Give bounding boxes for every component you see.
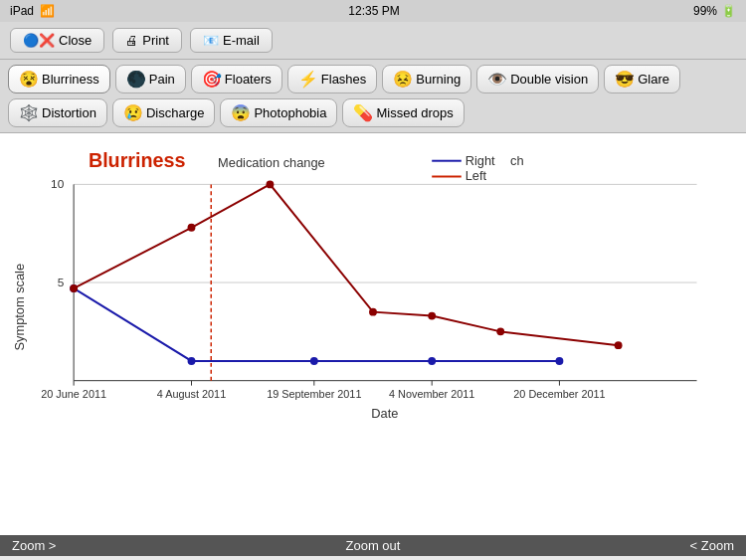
zoom-back-button[interactable]: < Zoom (690, 538, 734, 553)
svg-text:20 December 2011: 20 December 2011 (513, 388, 605, 400)
print-button[interactable]: 🖨 Print (112, 28, 182, 53)
svg-text:5: 5 (58, 276, 65, 289)
wifi-icon: 📶 (40, 4, 55, 18)
svg-text:Right: Right (466, 153, 495, 168)
symptom-bar: 😵 Blurriness 🌑 Pain 🎯 Floaters ⚡ Flashes… (0, 60, 746, 133)
symptom-glare[interactable]: 😎 Glare (604, 65, 680, 93)
status-time: 12:35 PM (348, 4, 399, 18)
blurriness-icon: 😵 (19, 70, 39, 89)
chart-area: Blurriness Medication change Right Left … (0, 133, 746, 535)
distortion-label: Distortion (42, 105, 96, 120)
left-point-0 (70, 284, 78, 292)
left-point-3 (369, 308, 377, 316)
symptom-photophobia[interactable]: 😨 Photophobia (220, 98, 337, 127)
floaters-label: Floaters (225, 72, 272, 87)
glare-icon: 😎 (615, 70, 635, 89)
left-point-1 (188, 224, 196, 232)
zoom-out-button[interactable]: Zoom out (346, 538, 401, 553)
svg-text:19 September 2011: 19 September 2011 (267, 388, 361, 400)
zoom-bar: Zoom > Zoom out < Zoom (0, 535, 746, 556)
discharge-icon: 😢 (123, 103, 143, 122)
photophobia-label: Photophobia (254, 105, 326, 120)
missed-drops-icon: 💊 (353, 103, 373, 122)
discharge-label: Discharge (146, 105, 205, 120)
chart-svg: Blurriness Medication change Right Left … (10, 143, 736, 427)
chart-subtitle: Medication change (218, 155, 325, 170)
svg-text:4 August 2011: 4 August 2011 (157, 388, 226, 400)
floaters-icon: 🎯 (202, 70, 222, 89)
symptom-burning[interactable]: 😣 Burning (382, 65, 471, 93)
distortion-icon: 🕸️ (19, 103, 39, 122)
svg-text:Symptom scale: Symptom scale (12, 264, 27, 351)
left-line (74, 184, 619, 345)
battery-label: 99% (693, 4, 717, 18)
right-line (74, 288, 559, 361)
svg-text:Date: Date (371, 406, 398, 421)
double-vision-icon: 👁️ (487, 70, 507, 89)
double-vision-label: Double vision (510, 72, 588, 87)
symptom-distortion[interactable]: 🕸️ Distortion (8, 98, 107, 127)
close-button[interactable]: 🔵❌ Close (10, 28, 104, 53)
svg-text:ch: ch (510, 153, 524, 168)
symptom-missed-drops[interactable]: 💊 Missed drops (342, 98, 464, 127)
print-label: Print (142, 33, 169, 48)
flashes-icon: ⚡ (298, 70, 318, 89)
device-label: iPad (10, 4, 34, 18)
symptom-discharge[interactable]: 😢 Discharge (112, 98, 216, 127)
email-icon: 📧 (203, 33, 219, 48)
burning-icon: 😣 (393, 70, 413, 89)
status-left: iPad 📶 (10, 4, 55, 18)
close-icon: 🔵❌ (23, 33, 55, 48)
symptom-pain[interactable]: 🌑 Pain (115, 65, 186, 93)
toolbar: 🔵❌ Close 🖨 Print 📧 E-mail (0, 22, 746, 60)
symptom-blurriness[interactable]: 😵 Blurriness (8, 65, 110, 93)
status-bar: iPad 📶 12:35 PM 99% 🔋 (0, 0, 746, 22)
svg-text:4 November 2011: 4 November 2011 (389, 388, 474, 400)
glare-label: Glare (638, 72, 669, 87)
svg-text:20 June 2011: 20 June 2011 (41, 388, 106, 400)
status-right: 99% 🔋 (693, 4, 736, 18)
pain-icon: 🌑 (126, 70, 146, 89)
symptom-double-vision[interactable]: 👁️ Double vision (476, 65, 599, 93)
right-point-1 (188, 357, 196, 365)
battery-icon: 🔋 (721, 4, 736, 18)
svg-text:Left: Left (466, 168, 487, 183)
zoom-in-button[interactable]: Zoom > (12, 538, 56, 553)
email-button[interactable]: 📧 E-mail (190, 28, 273, 53)
right-point-4 (555, 357, 563, 365)
svg-text:10: 10 (51, 177, 65, 191)
symptom-flashes[interactable]: ⚡ Flashes (287, 65, 378, 93)
photophobia-icon: 😨 (231, 103, 251, 122)
burning-label: Burning (416, 72, 461, 87)
symptom-floaters[interactable]: 🎯 Floaters (191, 65, 282, 93)
blurriness-label: Blurriness (42, 72, 99, 87)
pain-label: Pain (149, 72, 175, 87)
print-icon: 🖨 (125, 33, 138, 48)
close-label: Close (59, 33, 92, 48)
chart-title: Blurriness (89, 149, 186, 171)
left-point-6 (615, 341, 623, 349)
main-content: Blurriness Medication change Right Left … (0, 133, 746, 556)
flashes-label: Flashes (321, 72, 367, 87)
missed-drops-label: Missed drops (376, 105, 453, 120)
left-point-5 (496, 327, 504, 335)
right-point-2 (310, 357, 318, 365)
email-label: E-mail (223, 33, 260, 48)
left-point-4 (428, 312, 436, 320)
right-point-3 (428, 357, 436, 365)
left-point-2 (266, 180, 274, 188)
